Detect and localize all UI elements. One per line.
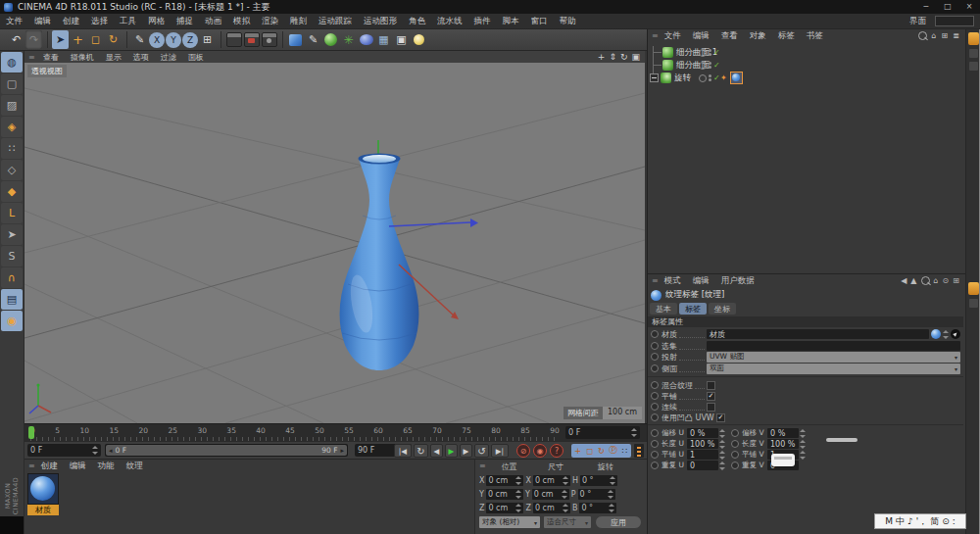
keyframe-circle-icon[interactable]	[651, 440, 659, 448]
position-x-field[interactable]: 0 cm	[486, 475, 523, 486]
layer-toggle-icon[interactable]	[699, 74, 707, 82]
menubar-item[interactable]: 工具	[114, 16, 142, 27]
viewport-menu-item[interactable]: 过滤	[155, 52, 182, 63]
loop-button[interactable]: ↺	[474, 444, 489, 458]
menubar-item[interactable]: 运动图形	[358, 16, 403, 27]
visibility-dots-icon[interactable]	[709, 74, 711, 81]
visibility-dots-icon[interactable]	[709, 49, 711, 56]
current-frame-field[interactable]: 0 F	[565, 426, 640, 439]
menubar-item[interactable]: 编辑	[28, 16, 57, 27]
autokey-button[interactable]: ◉	[533, 444, 547, 458]
layer-toggle-icon[interactable]	[699, 49, 707, 57]
position-y-field[interactable]: 0 cm	[486, 489, 523, 500]
layer-toggle-icon[interactable]	[699, 62, 707, 70]
attribute-manager-tab-icon[interactable]	[968, 282, 979, 295]
back-arrow-icon[interactable]: ◀	[901, 276, 906, 285]
undo-icon[interactable]: ↶	[8, 30, 24, 49]
key-parameter-button[interactable]: Ⓟ	[608, 445, 618, 457]
stepper-icon[interactable]	[942, 329, 949, 340]
menubar-item[interactable]: 插件	[468, 16, 497, 27]
subdivision-surface-icon[interactable]	[322, 30, 339, 49]
om-menu-item[interactable]: 书签	[803, 30, 831, 42]
keyframe-circle-icon[interactable]	[651, 429, 659, 437]
lock-icon[interactable]: ⊙	[943, 276, 950, 285]
stepper-icon[interactable]	[799, 428, 806, 439]
stepper-icon[interactable]	[718, 428, 725, 439]
offset-u-field[interactable]: 0 %	[687, 428, 718, 438]
coord-mode-dropdown[interactable]: 对象 (相对)▾	[479, 516, 540, 528]
stepper-icon[interactable]	[718, 450, 725, 461]
seamless-checkbox[interactable]	[707, 403, 715, 412]
key-pla-button[interactable]: ∷	[619, 445, 630, 457]
viewport-menu-item[interactable]: 选项	[127, 52, 155, 63]
toggle-panel-icon[interactable]: ▣	[631, 52, 640, 62]
menubar-item[interactable]: 角色	[403, 16, 431, 27]
timeline-ruler[interactable]: 05 1015 2025 3035 4045 5055 6065 7075 80…	[24, 423, 647, 442]
lock-y-axis-icon[interactable]: Y	[166, 32, 181, 48]
stepper-icon[interactable]	[91, 445, 98, 456]
home-icon[interactable]: ⌂	[934, 276, 939, 285]
keyframe-circle-icon[interactable]	[651, 353, 659, 361]
interface-select[interactable]	[935, 16, 974, 26]
add-cube-icon[interactable]	[287, 30, 304, 49]
key-rotation-button[interactable]: ↻	[596, 445, 607, 457]
viewport-menu-item[interactable]: 面板	[182, 52, 210, 63]
minimize-button[interactable]: ─	[915, 0, 937, 14]
forward-icon[interactable]: ▲	[910, 276, 916, 285]
playhead[interactable]	[28, 426, 34, 439]
make-editable-icon[interactable]: ◍	[1, 52, 23, 73]
camera-icon[interactable]: ▣	[393, 30, 410, 49]
frame-range-slider[interactable]: ◂ 0 F 90 F ▸	[105, 444, 348, 457]
material-link-field[interactable]: 材质	[707, 329, 929, 339]
generators-icon[interactable]: ✳	[340, 30, 357, 49]
prev-frame-button[interactable]: ◀	[430, 444, 443, 458]
panel-menu-icon[interactable]: ≡	[648, 276, 661, 285]
menubar-item[interactable]: 文件	[0, 16, 28, 27]
keyframe-circle-icon[interactable]	[651, 413, 659, 421]
strip-tab-icon[interactable]	[969, 299, 978, 308]
rotation-p-field[interactable]: 0 °	[578, 489, 615, 500]
magnet-snap-icon[interactable]: ∩	[1, 267, 23, 288]
menubar-item[interactable]: 窗口	[525, 16, 554, 27]
record-options-button[interactable]: ?	[550, 444, 564, 458]
bump-uvw-checkbox[interactable]: ✓	[716, 413, 725, 422]
offset-v-field[interactable]: 0 %	[767, 428, 799, 438]
keyframe-circle-icon[interactable]	[731, 440, 739, 448]
am-menu-item[interactable]: 用户数据	[717, 275, 762, 287]
om-menu-item[interactable]: 对象	[746, 30, 774, 42]
om-menu-item[interactable]: 编辑	[689, 30, 717, 42]
next-frame-button[interactable]: ▶	[460, 444, 472, 458]
object-manager-tab-icon[interactable]	[968, 32, 979, 45]
menubar-item[interactable]: 帮助	[554, 16, 582, 27]
section-header[interactable]: 标签属性	[648, 316, 963, 327]
enable-axis-icon[interactable]: L	[1, 203, 23, 223]
search-icon[interactable]	[918, 31, 927, 40]
home-icon[interactable]: ⌂	[932, 31, 937, 40]
stepper-icon[interactable]	[799, 450, 806, 461]
strip-tab-icon[interactable]	[969, 62, 978, 71]
om-menu-item[interactable]: 文件	[661, 30, 689, 42]
rotate-view-icon[interactable]: ↻	[620, 52, 628, 62]
material-swatch[interactable]	[27, 473, 59, 505]
menubar-item[interactable]: 捕捉	[171, 16, 199, 27]
size-z-field[interactable]: 0 cm	[533, 503, 570, 513]
sound-toggle-icon[interactable]	[634, 444, 644, 458]
om-menu-item[interactable]: 标签	[774, 30, 803, 42]
last-tool-icon[interactable]: ✎	[131, 30, 148, 49]
tab-coordinates[interactable]: 坐标	[709, 303, 736, 315]
live-selection-icon[interactable]: ➤	[52, 30, 69, 49]
size-x-field[interactable]: 0 cm	[533, 475, 570, 486]
keyframe-circle-icon[interactable]	[731, 461, 739, 469]
points-mode-icon[interactable]: ∷	[1, 138, 23, 159]
viewport-menu-item[interactable]: 查看	[37, 52, 65, 63]
edges-mode-icon[interactable]: ◇	[1, 160, 23, 180]
length-u-field[interactable]: 100 %	[687, 439, 718, 449]
rotation-b-field[interactable]: 0 °	[579, 503, 616, 513]
projection-dropdown[interactable]: UVW 贴图▾	[707, 352, 960, 363]
menubar-item[interactable]: 创建	[57, 16, 85, 27]
search-icon[interactable]	[921, 276, 930, 285]
position-z-field[interactable]: 0 cm	[486, 503, 523, 513]
workplane-mode-icon[interactable]: ◈	[1, 117, 23, 137]
render-settings-icon[interactable]	[261, 30, 277, 49]
record-keyframe-button[interactable]: ⊘	[516, 444, 530, 458]
